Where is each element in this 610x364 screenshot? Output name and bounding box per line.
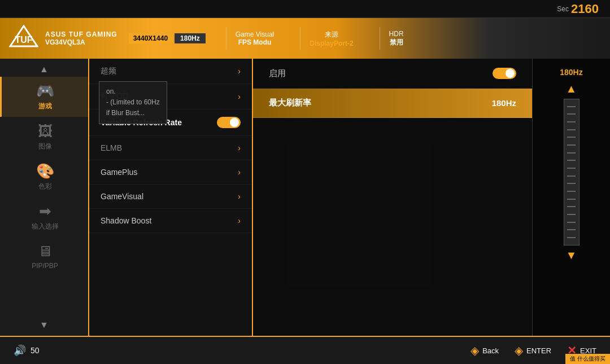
header-brand: ASUS TUF GAMING [45,30,117,38]
sidebar-item-pip[interactable]: 🖥 PIP/PBP [0,237,88,275]
sub-panel: 启用 最大刷新率 180Hz [253,59,532,336]
menu-item-shadow-boost[interactable]: Shadow Boost › [89,209,252,233]
game-visual-label: Game Visual [236,30,274,38]
enter-label: ENTER [526,347,551,355]
hdr-value: 禁用 [390,38,403,47]
nav-enter[interactable]: ◈ ENTER [515,344,551,357]
svg-text:TUF: TUF [15,35,32,45]
tooltip-line1: on. [106,86,160,97]
sidebar-arrow-up[interactable]: ▲ [37,62,51,77]
color-icon: 🎨 [36,163,54,180]
sidebar-item-color[interactable]: 🎨 色彩 [0,157,88,197]
header-logo: TUF [9,25,38,52]
game-visual-value: FPS Modu [238,38,272,46]
gaming-label: 游戏 [38,102,52,111]
sidebar-item-image[interactable]: 🖼 图像 [0,117,88,157]
color-label: 色彩 [38,182,52,191]
header-hdr: HDR 禁用 [389,30,404,47]
menu-item-gameplus[interactable]: GamePlus › [89,160,252,185]
input-icon: ➡ [39,203,51,220]
variable-od-chevron: › [238,92,241,101]
sidebar-item-input[interactable]: ➡ 输入选择 [0,197,88,237]
source-value: DisplayPort-2 [310,40,353,47]
counter-value: 2160 [571,2,599,16]
slider-arrow-down[interactable]: ▼ [566,249,577,262]
tooltip-line3: if Blur Bust... [106,108,160,119]
gamevisual-chevron: › [238,192,241,201]
oc-tooltip: on. - (Limited to 60Hz if Blur Bust... [99,81,167,124]
slider-arrow-up[interactable]: ▲ [566,82,577,95]
elmb-chevron: › [238,143,241,152]
back-icon: ◈ [470,344,479,357]
volume-icon: 🔊 [14,344,26,357]
slider-hz-label: 180Hz [560,68,582,77]
sub-item-max-refresh[interactable]: 最大刷新率 180Hz [253,89,532,118]
tooltip-line2: - (Limited to 60Hz [106,97,160,108]
sidebar: ▲ 🎮 游戏 🖼 图像 🎨 色彩 ➡ 输入选择 🖥 PIP/PBP ▼ [0,59,89,336]
sidebar-item-gaming[interactable]: 🎮 游戏 [0,77,88,117]
max-refresh-value: 180Hz [492,98,516,108]
header: TUF ASUS TUF GAMING VG34VQL3A 3440X1440 … [0,18,610,59]
enable-label: 启用 [269,68,286,79]
nav-back[interactable]: ◈ Back [470,344,499,357]
menu-item-elmb[interactable]: ELMB › [89,136,252,160]
watermark: 值 什么值得买 [565,354,610,364]
input-label: 输入选择 [32,222,59,231]
max-refresh-label: 最大刷新率 [269,98,311,108]
pip-icon: 🖥 [38,243,53,260]
slider-track [564,99,580,245]
volume-control[interactable]: 🔊 50 [14,344,40,357]
menu-item-oc[interactable]: 超频 › [89,59,252,84]
oc-chevron: › [238,67,241,76]
header-brand-model: ASUS TUF GAMING VG34VQL3A [45,30,117,46]
header-resolution-badge: 3440X1440 [129,33,172,43]
header-game-visual: Game Visual FPS Modu [236,30,274,46]
vrr-toggle[interactable] [217,117,241,128]
source-label: 来源 [325,30,338,40]
pip-label: PIP/PBP [32,262,58,270]
sidebar-arrow-down[interactable]: ▼ [37,318,51,332]
hdr-label: HDR [389,30,404,38]
shadow-boost-label: Shadow Boost [101,216,151,225]
header-model: VG34VQL3A [45,38,117,46]
image-label: 图像 [38,142,52,151]
counter-label: Sec [557,5,569,13]
shadow-boost-chevron: › [238,216,241,225]
enter-icon: ◈ [515,344,523,357]
menu-item-gamevisual[interactable]: GameVisual › [89,185,252,209]
enable-toggle[interactable] [493,68,516,79]
elmb-label: ELMB [101,143,122,152]
gameplus-chevron: › [238,168,241,177]
sub-item-enable[interactable]: 启用 [253,59,532,89]
gamevisual-label: GameVisual [101,192,143,201]
volume-value: 50 [30,346,40,355]
bottom-bar: 🔊 50 ◈ Back ◈ ENTER ✕ EXIT 值 什么值得买 [0,336,610,364]
oc-label: 超频 [101,66,116,76]
gaming-icon: 🎮 [36,82,54,100]
back-label: Back [482,347,499,355]
gameplus-label: GamePlus [101,168,137,177]
image-icon: 🖼 [38,122,53,140]
header-source: 来源 DisplayPort-2 [310,30,353,47]
header-refresh-rate: 180Hz [175,33,206,43]
slider-panel: 180Hz ▲ ▼ [532,59,610,336]
